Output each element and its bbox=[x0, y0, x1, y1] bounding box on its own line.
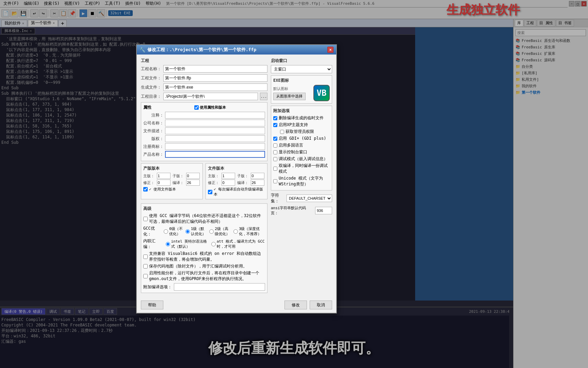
props-title-text: 属性 bbox=[143, 105, 151, 110]
fv-main-label: 主版： bbox=[208, 173, 220, 179]
option-checkbox-8[interactable] bbox=[273, 179, 277, 183]
check1-checkbox[interactable] bbox=[143, 255, 148, 259]
output-file-input[interactable] bbox=[163, 83, 267, 91]
default-icon-label: 默认图标 bbox=[273, 86, 311, 91]
filedesc-input[interactable] bbox=[165, 127, 265, 134]
option-checkbox-7[interactable] bbox=[273, 167, 277, 171]
cancel-btn[interactable]: 取消 bbox=[310, 301, 332, 309]
project-name-label: 工程名称： bbox=[141, 66, 161, 72]
auto-build-checkbox[interactable] bbox=[208, 190, 212, 194]
fv-main-input[interactable] bbox=[222, 173, 235, 179]
option-checkbox-0[interactable] bbox=[273, 116, 277, 120]
gcc-opt-3: 3级（深度优化，不推荐） bbox=[233, 226, 265, 236]
product-version-title: 产版版本 bbox=[143, 166, 200, 171]
option-checkbox-1[interactable] bbox=[273, 123, 277, 127]
extra-compile-input[interactable] bbox=[174, 283, 265, 291]
company-input[interactable] bbox=[165, 120, 265, 126]
option-label-1: 启用XP主题支持 bbox=[279, 122, 308, 128]
pv-main-input[interactable] bbox=[157, 173, 170, 179]
modal-columns: 工程 工程名称： 工程文件： 生成文件： bbox=[141, 58, 332, 295]
check2-row: 保存代码地图（除封文件），用于汇编调试时分析用。 bbox=[143, 263, 265, 269]
option-label-6: 调试模式（嵌入调试信息） bbox=[279, 156, 328, 162]
browse-btn[interactable]: ... bbox=[260, 93, 267, 100]
gcc-opt-row: GCC优化： 0级（不优化） 1级（默认优化） bbox=[143, 226, 265, 237]
check3-label: 启用性能分析，运行可执行文件后，将在程序目录中创建一个gmon.out文件，使用… bbox=[149, 270, 265, 282]
option-item-1: 启用XP主题支持 bbox=[273, 122, 330, 128]
check3-checkbox[interactable] bbox=[143, 274, 148, 278]
check2-checkbox[interactable] bbox=[143, 264, 148, 269]
icon-preview: VB bbox=[313, 85, 330, 101]
fv-sub-label: 子版： bbox=[237, 173, 249, 179]
option-item-5: 显示控制台窗口 bbox=[273, 149, 330, 155]
option-checkbox-5[interactable] bbox=[273, 150, 277, 154]
fv-rev-input[interactable] bbox=[222, 180, 235, 186]
option-item-8: Unicode 模式（文字为WString类型） bbox=[273, 175, 330, 187]
modal-close-btn[interactable]: × bbox=[327, 47, 333, 53]
gcc-opt-0: 0级（不优化） bbox=[164, 226, 183, 236]
use-file-version-label: ✓ 使用文件版本 bbox=[149, 187, 176, 192]
modal-title-icon: 🔧 bbox=[140, 47, 145, 52]
option-checkbox-2[interactable] bbox=[280, 130, 284, 134]
startup-select[interactable]: 主窗口 bbox=[271, 65, 332, 73]
gcc-opt-2-label: 2级（高级优化） bbox=[215, 226, 231, 236]
asm-opt-0: intel 英特尔语法格式（默认） bbox=[166, 239, 209, 249]
product-input[interactable] bbox=[165, 151, 265, 158]
use-file-version-checkbox[interactable] bbox=[143, 187, 148, 191]
options-title: 附加选项 bbox=[273, 108, 330, 114]
asm-row: 内联汇编： intel 英特尔语法格式（默认） att 格式，编译方式为 GCC… bbox=[143, 238, 265, 250]
help-btn[interactable]: 帮助 bbox=[141, 301, 163, 309]
options-section: 附加选项 删除编译生成的临时文件启用XP主题支持获取管理员权限启用 GDI+ (… bbox=[271, 106, 332, 190]
gcc-row: 使用 GCC 编译字节码（64位软件还不适都是这个，32位软件可选，最终编译后的… bbox=[143, 213, 265, 225]
exe-icon-section: EXE图标 默认图标 从图形库中选择 VB bbox=[271, 75, 332, 104]
ansi-label: ansi字符串默认代码页： bbox=[271, 205, 313, 216]
gcc-opt-group: 0级（不优化） 1级（默认优化） 2级（高级优化） bbox=[164, 226, 265, 236]
copyright-label: 版权： bbox=[143, 136, 164, 142]
project-file-input[interactable] bbox=[163, 74, 267, 82]
project-dir-input[interactable] bbox=[163, 93, 258, 100]
charset-select[interactable]: DEFAULT_CHARSET bbox=[287, 195, 332, 202]
props-title: 属性 使用属性和版本 bbox=[143, 105, 265, 110]
fv-rev-label: 修正： bbox=[208, 180, 220, 185]
project-dir-row: 工程目录： ... bbox=[141, 93, 267, 100]
use-props-checkbox[interactable] bbox=[194, 105, 199, 110]
filedesc-row: 文件描述： bbox=[143, 127, 265, 134]
option-checkbox-3[interactable] bbox=[273, 137, 277, 141]
startup-title: 启动窗口 bbox=[271, 58, 332, 64]
ansi-input[interactable] bbox=[315, 207, 332, 214]
fv-build-label: 编译： bbox=[237, 180, 249, 185]
pv-build-input[interactable] bbox=[186, 180, 200, 186]
auto-build-version: ✓ 每次编译后自动升级编译版本 bbox=[208, 187, 265, 197]
gcc-checkbox[interactable] bbox=[143, 217, 148, 221]
filedesc-label: 文件描述： bbox=[143, 128, 164, 134]
trademark-input[interactable] bbox=[165, 143, 265, 150]
icon-row: 默认图标 从图形库中选择 VB bbox=[273, 85, 330, 101]
option-label-5: 显示控制台窗口 bbox=[279, 149, 307, 155]
project-file-row: 工程文件： bbox=[141, 74, 267, 82]
use-props-label: 使用属性和版本 bbox=[194, 105, 226, 110]
project-name-input[interactable] bbox=[163, 65, 267, 73]
option-label-7: 双编译，同时编译一份调试模式 bbox=[279, 163, 330, 174]
fv-build-input[interactable] bbox=[251, 180, 264, 186]
charset-row: 字符集： DEFAULT_CHARSET bbox=[271, 193, 332, 204]
option-item-3: 启用 GDI+ (GDI plus) bbox=[273, 136, 330, 141]
options-list: 删除编译生成的临时文件启用XP主题支持获取管理员权限启用 GDI+ (GDI p… bbox=[273, 115, 330, 187]
comment-input[interactable] bbox=[165, 112, 265, 119]
option-label-4: 启用多国语言 bbox=[279, 142, 303, 148]
gcc-opt-2: 2级（高级优化） bbox=[209, 226, 231, 236]
comment-row: 注释： bbox=[143, 112, 265, 119]
gcc-opt-0-label: 0级（不优化） bbox=[169, 226, 183, 236]
select-icon-btn[interactable]: 从图形库中选择 bbox=[273, 93, 306, 100]
check1-row: 支持兼容 VisualBasic6 模式的 on error 和自动数组边界空指… bbox=[143, 251, 265, 262]
confirm-btn[interactable]: 修改 bbox=[284, 301, 307, 309]
option-label-2: 获取管理员权限 bbox=[285, 129, 314, 135]
option-checkbox-4[interactable] bbox=[273, 143, 277, 148]
copyright-input[interactable] bbox=[165, 135, 265, 142]
pv-rev-input[interactable] bbox=[157, 180, 170, 186]
modal-footer: 帮助 修改 取消 bbox=[137, 298, 336, 313]
fv-sub-input[interactable] bbox=[251, 173, 264, 179]
option-label-8: Unicode 模式（文字为WString类型） bbox=[279, 175, 330, 187]
option-checkbox-6[interactable] bbox=[273, 157, 277, 161]
gcc-opt-1-label: 1级（默认优化） bbox=[191, 226, 208, 236]
auto-build-label: ✓ 每次编译后自动升级编译版本 bbox=[214, 187, 265, 197]
pv-sub-input[interactable] bbox=[186, 173, 200, 179]
